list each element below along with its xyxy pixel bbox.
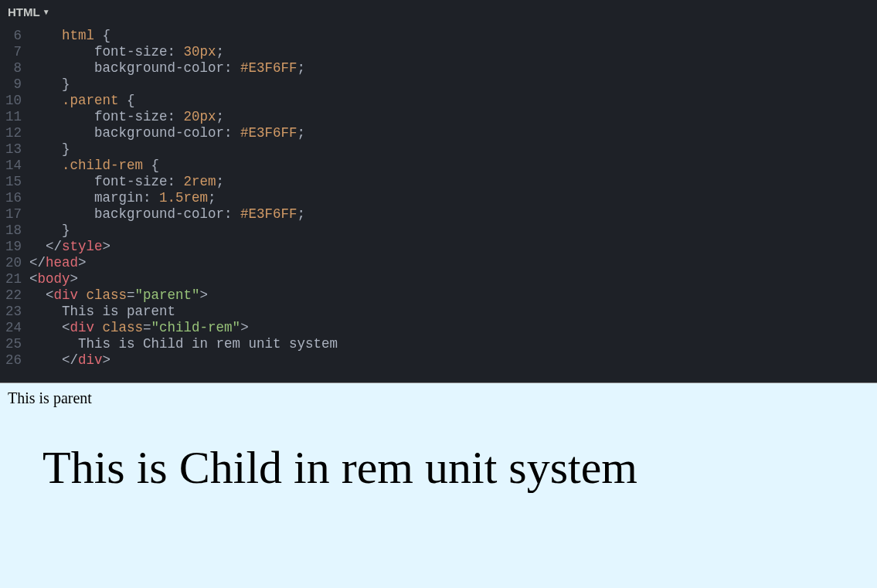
code-text: html { [29, 28, 110, 44]
language-tab[interactable]: HTML ▼ [8, 5, 50, 19]
code-text: font-size: 30px; [29, 44, 224, 60]
code-text: } [29, 141, 70, 158]
code-text: } [29, 76, 70, 93]
code-text: This is parent [29, 304, 175, 320]
line-number: 6 [0, 28, 29, 44]
line-number: 25 [0, 336, 29, 352]
code-text: .child-rem { [29, 158, 159, 174]
code-text: </style> [29, 239, 110, 255]
code-text: } [29, 223, 70, 239]
code-text: <div class="child-rem"> [29, 320, 249, 336]
code-line[interactable]: 15 font-size: 2rem; [0, 174, 877, 190]
line-number: 11 [0, 109, 29, 125]
line-number: 21 [0, 271, 29, 287]
line-number: 18 [0, 223, 29, 239]
code-line[interactable]: 17 background-color: #E3F6FF; [0, 206, 877, 223]
code-line[interactable]: 21<body> [0, 271, 877, 287]
code-text: background-color: #E3F6FF; [29, 206, 305, 223]
line-number: 19 [0, 239, 29, 255]
code-line[interactable]: 26 </div> [0, 352, 877, 369]
code-text: <div class="parent"> [29, 287, 208, 304]
line-number: 8 [0, 60, 29, 76]
code-line[interactable]: 19 </style> [0, 239, 877, 255]
preview-child-text: This is Child in rem unit system [42, 442, 637, 493]
code-line[interactable]: 8 background-color: #E3F6FF; [0, 60, 877, 76]
code-text: font-size: 2rem; [29, 174, 224, 190]
code-text: </div> [29, 352, 110, 369]
code-line[interactable]: 13 } [0, 141, 877, 158]
code-line[interactable]: 16 margin: 1.5rem; [0, 190, 877, 206]
editor-tab-bar: HTML ▼ [0, 0, 877, 23]
code-line[interactable]: 18 } [0, 223, 877, 239]
chevron-down-icon: ▼ [42, 8, 50, 16]
code-line[interactable]: 24 <div class="child-rem"> [0, 320, 877, 336]
line-number: 24 [0, 320, 29, 336]
preview-parent: This is parent This is Child in rem unit… [0, 383, 877, 493]
code-line[interactable]: 11 font-size: 20px; [0, 109, 877, 125]
code-line[interactable]: 6 html { [0, 28, 877, 44]
code-text: background-color: #E3F6FF; [29, 60, 305, 76]
code-editor[interactable]: 6 html {7 font-size: 30px;8 background-c… [0, 23, 877, 382]
code-line[interactable]: 20</head> [0, 255, 877, 271]
line-number: 17 [0, 206, 29, 223]
code-line[interactable]: 25 This is Child in rem unit system [0, 336, 877, 352]
line-number: 16 [0, 190, 29, 206]
code-text: <body> [29, 271, 78, 287]
code-line[interactable]: 9 } [0, 76, 877, 93]
code-line[interactable]: 22 <div class="parent"> [0, 287, 877, 304]
code-text: font-size: 20px; [29, 109, 224, 125]
code-line[interactable]: 23 This is parent [0, 304, 877, 320]
preview-parent-text: This is parent [8, 389, 92, 406]
code-text: background-color: #E3F6FF; [29, 125, 305, 141]
line-number: 13 [0, 141, 29, 158]
line-number: 26 [0, 352, 29, 369]
tab-label-text: HTML [8, 5, 40, 19]
code-line[interactable]: 14 .child-rem { [0, 158, 877, 174]
line-number: 15 [0, 174, 29, 190]
code-text: .parent { [29, 93, 135, 109]
line-number: 20 [0, 255, 29, 271]
code-line[interactable]: 12 background-color: #E3F6FF; [0, 125, 877, 141]
line-number: 12 [0, 125, 29, 141]
code-text: margin: 1.5rem; [29, 190, 216, 206]
line-number: 23 [0, 304, 29, 320]
line-number: 10 [0, 93, 29, 109]
preview-child: This is Child in rem unit system [42, 442, 842, 493]
code-text: </head> [29, 255, 87, 271]
line-number: 9 [0, 76, 29, 93]
code-line[interactable]: 10 .parent { [0, 93, 877, 109]
line-number: 7 [0, 44, 29, 60]
line-number: 14 [0, 158, 29, 174]
line-number: 22 [0, 287, 29, 304]
code-text: This is Child in rem unit system [29, 336, 338, 352]
preview-pane: This is parent This is Child in rem unit… [0, 382, 877, 588]
code-line[interactable]: 7 font-size: 30px; [0, 44, 877, 60]
